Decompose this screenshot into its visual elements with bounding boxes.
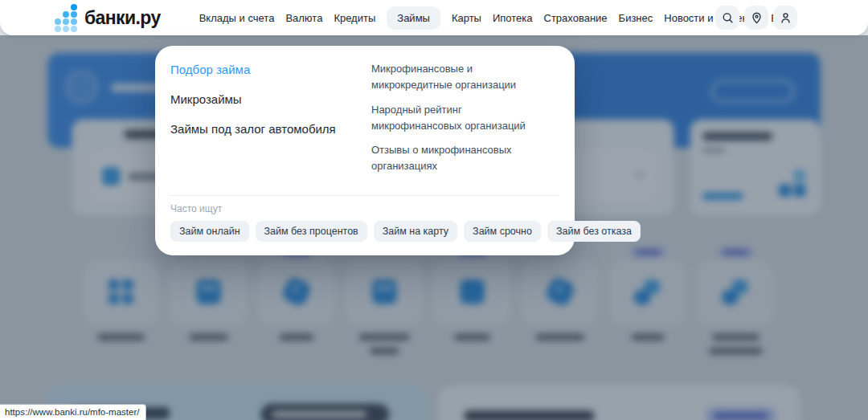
- link-car-collateral[interactable]: Займы под залог автомобиля: [170, 122, 336, 136]
- top-navigation-bar: банки.ру Вклады и счета Валюта Кредиты З…: [0, 0, 868, 35]
- link-microloans[interactable]: Микрозаймы: [170, 92, 242, 106]
- location-icon: [750, 11, 764, 25]
- loans-dropdown-panel: Подбор займа Микрозаймы Займы под залог …: [155, 46, 575, 255]
- search-icon: [721, 11, 735, 25]
- banki-ru-logo[interactable]: банки.ру: [55, 4, 161, 31]
- nav-item-credits[interactable]: Кредиты: [334, 6, 375, 30]
- nav-item-deposits[interactable]: Вклады и счета: [199, 6, 275, 30]
- link-loan-picker[interactable]: Подбор займа: [170, 63, 250, 76]
- location-button[interactable]: [744, 6, 768, 30]
- tag-loan-no-interest[interactable]: Займ без процентов: [256, 221, 367, 242]
- browser-status-url: https://www.banki.ru/mfo-master/: [0, 404, 146, 420]
- main-nav: Вклады и счета Валюта Кредиты Займы Карт…: [199, 6, 792, 30]
- frequent-search-tags: Займ онлайн Займ без процентов Займ на к…: [170, 221, 641, 242]
- link-mfo-reviews[interactable]: Отзывы о микрофинансовых организациях: [371, 142, 550, 174]
- search-button[interactable]: [715, 6, 739, 30]
- nav-item-currency[interactable]: Валюта: [285, 6, 322, 30]
- nav-item-cards[interactable]: Карты: [452, 6, 481, 30]
- logo-text: банки.ру: [84, 7, 161, 29]
- nav-item-business[interactable]: Бизнес: [619, 6, 653, 30]
- link-mfo-rating[interactable]: Народный рейтинг микрофинансовых организ…: [371, 102, 550, 134]
- profile-button[interactable]: [773, 6, 797, 30]
- page: банки.ру Вклады и счета Валюта Кредиты З…: [0, 0, 868, 420]
- link-mfo-organizations[interactable]: Микрофинансовые и микрокредитные организ…: [371, 61, 550, 93]
- profile-icon: [779, 11, 792, 25]
- frequent-searches-label: Часто ищут: [170, 203, 222, 214]
- dropdown-divider: [170, 195, 559, 196]
- tag-loan-to-card[interactable]: Займ на карту: [374, 221, 457, 242]
- tag-loan-urgent[interactable]: Займ срочно: [464, 221, 541, 242]
- nav-item-insurance[interactable]: Страхование: [544, 6, 608, 30]
- nav-item-loans[interactable]: Займы: [387, 6, 440, 30]
- logo-dots-icon: [55, 4, 79, 31]
- header-action-buttons: [715, 6, 797, 30]
- tag-loan-online[interactable]: Займ онлайн: [170, 221, 249, 242]
- tag-loan-no-refusal[interactable]: Займ без отказа: [547, 221, 641, 242]
- nav-item-mortgage[interactable]: Ипотека: [493, 6, 533, 30]
